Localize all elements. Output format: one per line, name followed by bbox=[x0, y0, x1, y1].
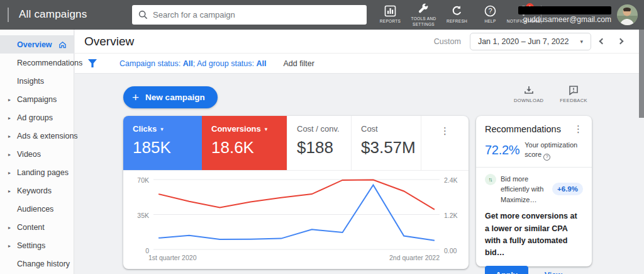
date-range-type-label: Custom bbox=[434, 37, 461, 46]
action-label: TOOLS AND SETTINGS bbox=[407, 16, 440, 28]
metric-card-clicks[interactable]: Clicks▾ 185K bbox=[123, 116, 202, 170]
sidebar-item-campaigns[interactable]: ▸Campaigns bbox=[0, 90, 74, 108]
expand-arrow-icon: ▸ bbox=[8, 133, 11, 139]
sidebar-item-label: Change history bbox=[17, 260, 70, 268]
optimization-score-value: 72.2% bbox=[485, 143, 519, 157]
expand-arrow-icon: ▸ bbox=[8, 115, 11, 120]
reports-icon bbox=[384, 5, 396, 17]
chevron-down-icon: ▾ bbox=[265, 126, 268, 132]
chart-menu-button[interactable]: ⋮ bbox=[440, 126, 450, 170]
apply-button[interactable]: Apply bbox=[485, 266, 528, 274]
recommendation-item[interactable]: ↑↓ Bid more efficiently with Maximize… +… bbox=[485, 174, 583, 205]
expand-arrow-icon: ▸ bbox=[8, 169, 11, 175]
sidebar-item-recommendations[interactable]: Recommendations bbox=[0, 54, 74, 72]
expand-arrow-icon: ▸ bbox=[8, 96, 11, 102]
search-input[interactable] bbox=[153, 10, 360, 20]
sidebar-item-change-history[interactable]: Change history bbox=[0, 254, 74, 273]
sidebar-item-keywords[interactable]: ▸Keywords bbox=[0, 181, 74, 200]
avatar[interactable] bbox=[617, 4, 638, 25]
optimization-score-label: Your optimization score ? bbox=[525, 140, 582, 161]
feedback-button[interactable]: FEEDBACK bbox=[560, 86, 587, 103]
sidebar-item-settings[interactable]: ▸Settings bbox=[0, 236, 74, 254]
action-label: REFRESH bbox=[447, 19, 467, 25]
x-axis-label-start: 1st quarter 2020 bbox=[148, 254, 196, 261]
date-range-selector[interactable]: Jan 1, 2020 – Jun 7, 2022 ▾ bbox=[470, 33, 591, 50]
recommendations-menu-button[interactable]: ⋮ bbox=[574, 124, 583, 134]
expand-arrow-icon: ▸ bbox=[8, 224, 11, 230]
sidebar-item-overview[interactable]: Overview bbox=[0, 35, 74, 54]
previous-period-button[interactable] bbox=[599, 38, 606, 45]
reports-button[interactable]: REPORTS bbox=[374, 0, 407, 30]
uplift-badge: +6.9% bbox=[552, 183, 583, 195]
next-period-button[interactable] bbox=[618, 38, 624, 45]
metric-value: $188 bbox=[297, 138, 351, 157]
chevron-down-icon: ▾ bbox=[160, 126, 164, 132]
sidebar-item-audiences[interactable]: Audiences bbox=[0, 200, 74, 218]
sidebar-item-insights[interactable]: Insights bbox=[0, 72, 74, 90]
x-axis-label-end: 2nd quarter 2022 bbox=[389, 254, 440, 261]
help-circle-icon[interactable]: ? bbox=[543, 154, 550, 161]
sidebar-item-label: Ads & extensions bbox=[17, 132, 78, 140]
metric-cards: Clicks▾ 185K Conversions▾ 18.6K Cost / c… bbox=[123, 116, 469, 171]
overview-content: + New campaign DOWNLOAD FEEDBACK Clicks bbox=[75, 74, 644, 274]
chart-plot-area bbox=[153, 179, 440, 251]
recommendation-headline: Bid more efficiently with Maximize… bbox=[501, 174, 548, 205]
tools-and-settings-icon bbox=[418, 3, 430, 14]
sidebar-item-label: Insights bbox=[17, 77, 44, 86]
topbar-actions: REPORTSTOOLS AND SETTINGSREFRESH?HELPNOT… bbox=[374, 0, 540, 30]
add-filter-button[interactable]: Add filter bbox=[283, 59, 314, 68]
series-clicks bbox=[158, 185, 435, 241]
scope-title: All campaigns bbox=[19, 8, 87, 21]
sidebar-item-ad-groups[interactable]: ▸Ad groups bbox=[0, 108, 74, 127]
refresh-icon bbox=[451, 5, 463, 17]
account-email: guddusameer@gmail.com bbox=[523, 15, 611, 24]
view-link[interactable]: View bbox=[545, 271, 562, 274]
expand-arrow-icon: ▸ bbox=[8, 243, 11, 248]
action-label: HELP bbox=[484, 19, 496, 25]
metric-card-conversions[interactable]: Conversions▾ 18.6K bbox=[202, 116, 287, 170]
right-axis: 2.4K 1.2K 0.00 bbox=[440, 179, 462, 251]
sidebar-item-landing-pages[interactable]: ▸Landing pages bbox=[0, 163, 74, 181]
overview-chart-card: Clicks▾ 185K Conversions▾ 18.6K Cost / c… bbox=[123, 116, 469, 269]
series-conversions bbox=[158, 180, 435, 210]
sidebar-item-ads-extensions[interactable]: ▸Ads & extensions bbox=[0, 127, 74, 145]
svg-text:?: ? bbox=[488, 8, 492, 15]
sidebar-item-label: Overview bbox=[17, 40, 52, 49]
sidebar-item-videos[interactable]: ▸Videos bbox=[0, 145, 74, 163]
metric-value: 185K bbox=[133, 138, 202, 157]
action-label: REPORTS bbox=[380, 19, 401, 25]
metric-card-cost-per-conv[interactable]: Cost / conv. $188 bbox=[287, 116, 351, 170]
expand-arrow-icon: ▸ bbox=[8, 188, 11, 193]
tools-and-settings-button[interactable]: TOOLS AND SETTINGS bbox=[407, 0, 440, 30]
sidebar-item-content[interactable]: ▸Content bbox=[0, 218, 74, 236]
download-button[interactable]: DOWNLOAD bbox=[514, 86, 543, 103]
x-axis-labels: 1st quarter 2020 2nd quarter 2022 bbox=[148, 254, 440, 261]
top-app-bar: All campaigns REPORTSTOOLS AND SETTINGSR… bbox=[0, 0, 644, 30]
account-name-redacted bbox=[518, 6, 611, 14]
account-chip[interactable]: guddusameer@gmail.com bbox=[518, 0, 638, 30]
plus-icon: + bbox=[132, 91, 139, 105]
status-filter-chip[interactable]: Campaign status: All; Ad group status: A… bbox=[119, 59, 266, 68]
metric-value: $3.57M bbox=[361, 138, 421, 157]
refresh-button[interactable]: REFRESH bbox=[440, 0, 474, 30]
scrollbar-thumb[interactable] bbox=[639, 30, 644, 118]
main-area: Overview Custom Jan 1, 2020 – Jun 7, 202… bbox=[75, 30, 644, 274]
bid-strategy-icon: ↑↓ bbox=[485, 174, 496, 185]
sidebar-item-label: Content bbox=[17, 223, 45, 232]
date-range-value: Jan 1, 2020 – Jun 7, 2022 bbox=[478, 37, 569, 46]
sidebar-item-label: Settings bbox=[17, 241, 45, 250]
chevron-down-icon: ▾ bbox=[580, 38, 583, 45]
page-scrollbar bbox=[639, 30, 644, 274]
help-button[interactable]: ?HELP bbox=[474, 0, 507, 30]
new-campaign-button[interactable]: + New campaign bbox=[123, 86, 218, 108]
recommendations-title: Recommendations bbox=[485, 124, 561, 134]
expand-arrow-icon: ▸ bbox=[8, 151, 11, 157]
sidebar-item-label: Audiences bbox=[17, 205, 53, 214]
home-icon bbox=[58, 40, 67, 49]
page-header: Overview Custom Jan 1, 2020 – Jun 7, 202… bbox=[75, 30, 644, 54]
left-nav: OverviewRecommendationsInsights▸Campaign… bbox=[0, 30, 74, 274]
feedback-icon bbox=[569, 86, 579, 95]
metric-card-cost[interactable]: Cost $3.57M bbox=[351, 116, 421, 170]
sidebar-item-label: Videos bbox=[17, 150, 41, 159]
campaign-search[interactable] bbox=[132, 5, 367, 25]
